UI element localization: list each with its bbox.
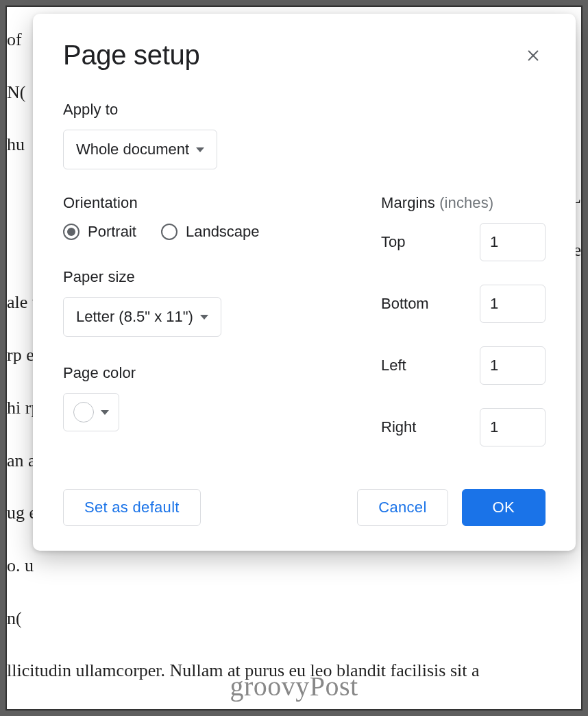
page-setup-dialog: Page setup Apply to Whole document Orien… [33, 14, 576, 551]
margin-bottom-label: Bottom [381, 295, 429, 313]
ok-button[interactable]: OK [462, 489, 546, 526]
color-swatch [73, 402, 94, 422]
radio-icon [161, 224, 177, 240]
apply-to-value: Whole document [76, 141, 189, 158]
margin-right-label: Right [381, 418, 416, 436]
bg-text: n( [7, 593, 581, 645]
paper-size-label: Paper size [63, 268, 340, 286]
orientation-portrait-radio[interactable]: Portrait [63, 223, 136, 241]
close-button[interactable] [521, 43, 546, 68]
margin-right-input[interactable] [480, 408, 546, 446]
bg-text: llicitudin ullamcorper. Nullam at purus … [7, 645, 581, 697]
paper-size-select[interactable]: Letter (8.5" x 11") [63, 297, 221, 337]
margin-left-input[interactable] [480, 346, 546, 385]
margins-label: Margins (inches) [381, 194, 546, 212]
set-as-default-button[interactable]: Set as default [63, 489, 201, 526]
margin-top-label: Top [381, 233, 405, 251]
margin-left-label: Left [381, 357, 406, 374]
portrait-label: Portrait [88, 223, 136, 241]
radio-icon [63, 224, 79, 240]
cancel-button[interactable]: Cancel [357, 489, 448, 526]
page-color-select[interactable] [63, 393, 119, 431]
apply-to-label: Apply to [63, 101, 546, 119]
apply-to-select[interactable]: Whole document [63, 130, 217, 169]
orientation-label: Orientation [63, 194, 340, 212]
close-icon [526, 48, 541, 63]
page-color-label: Page color [63, 364, 340, 382]
paper-size-value: Letter (8.5" x 11") [76, 308, 193, 326]
margins-unit: (inches) [439, 194, 493, 211]
orientation-landscape-radio[interactable]: Landscape [161, 223, 260, 241]
landscape-label: Landscape [186, 223, 260, 241]
margin-bottom-input[interactable] [480, 285, 546, 323]
margin-top-input[interactable] [480, 223, 546, 261]
caret-down-icon [200, 315, 208, 320]
caret-down-icon [101, 410, 109, 415]
caret-down-icon [196, 147, 204, 152]
dialog-title: Page setup [63, 40, 199, 71]
